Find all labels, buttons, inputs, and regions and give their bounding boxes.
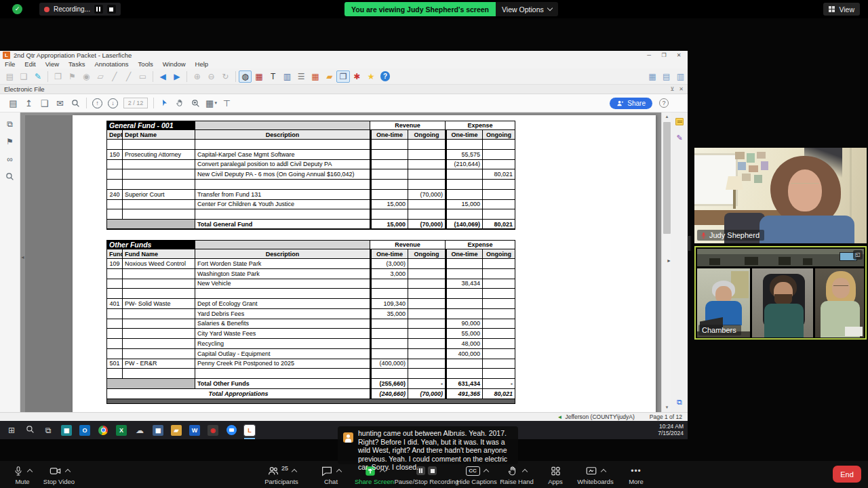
chat-button[interactable]: Chat xyxy=(313,464,349,485)
app-files[interactable]: ▰ xyxy=(170,424,182,436)
app-chrome[interactable] xyxy=(97,424,109,436)
gear-icon[interactable]: ✱ xyxy=(350,70,364,83)
star-icon[interactable]: ★ xyxy=(364,70,378,83)
search-icon[interactable] xyxy=(68,96,83,110)
popout-icon[interactable]: ⧉ xyxy=(677,398,682,407)
pause-recording-icon[interactable] xyxy=(94,5,103,14)
layout-1-icon[interactable]: ▦ xyxy=(646,70,660,83)
mute-button[interactable]: Mute xyxy=(7,464,38,485)
menu-tools[interactable]: Tools xyxy=(134,60,158,68)
bookmark-icon[interactable]: ⚑ xyxy=(6,137,14,146)
layout-2-icon[interactable]: ▤ xyxy=(659,70,673,83)
zoom-in-icon[interactable]: ⊕ xyxy=(190,70,204,83)
app-laserfiche[interactable]: L xyxy=(243,424,256,436)
zoom-out-icon[interactable]: ⊖ xyxy=(204,70,218,83)
presentation-icon[interactable]: ⊤ xyxy=(219,96,235,110)
share-button[interactable]: Share xyxy=(610,98,652,109)
stop-video-button[interactable]: Stop Video xyxy=(35,464,83,485)
minimize-icon[interactable]: ─ xyxy=(642,51,656,60)
textbox-icon[interactable]: ▭ xyxy=(136,70,150,83)
chevron-up-icon[interactable] xyxy=(601,469,606,474)
video-judy-shepherd[interactable]: Judy Shepherd xyxy=(694,148,867,243)
task-view-icon[interactable]: ⧉ xyxy=(42,424,54,436)
next-page-icon[interactable]: ↓ xyxy=(105,96,121,110)
layout-3-icon[interactable]: ▥ xyxy=(673,70,688,83)
taskbar-clock[interactable]: 10:24 AM 7/15/2024 xyxy=(658,423,684,436)
scroll-up-icon[interactable]: ▲ xyxy=(662,113,672,121)
highlighter-icon[interactable]: ✎ xyxy=(31,70,45,83)
links-icon[interactable]: ∞ xyxy=(7,155,13,164)
menu-help[interactable]: Help xyxy=(191,60,214,68)
participants-button[interactable]: 25 Participants xyxy=(255,464,308,485)
app-zoom[interactable] xyxy=(225,424,237,436)
app-acrobat[interactable]: ◉ xyxy=(207,424,219,436)
zoom-tool-icon[interactable] xyxy=(188,96,203,110)
image-view-icon[interactable]: ▦ xyxy=(252,70,266,83)
find-icon[interactable] xyxy=(5,172,14,182)
panel-resize-handle[interactable] xyxy=(688,236,691,251)
chevron-up-icon[interactable] xyxy=(292,469,297,474)
clipboard-icon[interactable]: ❐ xyxy=(51,70,65,83)
menu-annotations[interactable]: Annotations xyxy=(90,60,133,68)
apps-button[interactable]: Apps xyxy=(540,464,571,485)
pan-hand-icon[interactable] xyxy=(172,96,188,110)
close-panel-icon[interactable]: ✕ xyxy=(679,86,684,92)
refresh-icon[interactable]: ↻ xyxy=(218,70,233,83)
help-icon[interactable]: ? xyxy=(380,71,391,81)
pen-icon[interactable]: ╱ xyxy=(107,70,121,83)
seal-icon[interactable]: ◉ xyxy=(79,70,94,83)
columns-icon[interactable]: ▥ xyxy=(280,70,294,83)
page-number-field[interactable]: 2 / 12 xyxy=(123,98,148,108)
stop-recording-icon[interactable] xyxy=(107,5,116,14)
chevron-up-icon[interactable] xyxy=(336,469,342,474)
view-button[interactable]: View xyxy=(823,3,860,16)
app-word[interactable]: W xyxy=(189,424,201,436)
app-excel[interactable]: X xyxy=(115,424,127,436)
chevron-up-icon[interactable] xyxy=(64,469,70,474)
more-button[interactable]: ••• More xyxy=(621,464,651,485)
eraser-icon[interactable]: ▱ xyxy=(94,70,108,83)
email-icon[interactable]: ✉ xyxy=(52,96,68,110)
stamp-icon[interactable]: ⚑ xyxy=(65,70,79,83)
forward-icon[interactable]: ▶ xyxy=(170,70,184,83)
help-circle-icon[interactable]: ? xyxy=(659,98,669,108)
app-teams[interactable]: ▦ xyxy=(60,424,73,436)
view-options-button[interactable]: View Options xyxy=(496,2,558,16)
document-viewport[interactable]: General Fund - 001RevenueExpenseDeptDept… xyxy=(20,113,661,412)
taskbar-search-icon[interactable] xyxy=(24,424,36,436)
scroll-down-icon[interactable]: ▼ xyxy=(662,403,672,412)
pin-panel-icon[interactable]: ⊻ xyxy=(670,86,674,92)
collapse-left-icon[interactable]: ◄ xyxy=(20,255,25,260)
annotations-toggle-icon[interactable]: ◍ xyxy=(239,70,252,83)
folder-icon[interactable]: ▰ xyxy=(322,70,336,83)
table-icon[interactable]: ▦ xyxy=(309,70,323,83)
close-icon[interactable]: ✕ xyxy=(671,51,686,60)
page-layout-icon[interactable]: ❐ xyxy=(336,70,350,83)
pen2-icon[interactable]: ╱ xyxy=(121,70,136,83)
collapse-right-icon[interactable]: ► xyxy=(667,258,671,263)
app-onedrive[interactable]: ☁ xyxy=(134,424,146,436)
chevron-up-icon[interactable] xyxy=(27,469,33,474)
image-options-icon[interactable]: ▦▾ xyxy=(203,96,219,110)
scrollbar-thumb[interactable] xyxy=(663,122,671,234)
menu-edit[interactable]: Edit xyxy=(20,60,40,68)
chevron-up-icon[interactable] xyxy=(521,469,527,474)
menu-window[interactable]: Window xyxy=(158,60,191,68)
export-icon[interactable]: ↥ xyxy=(21,96,37,110)
app-outlook[interactable]: O xyxy=(79,424,91,436)
restore-icon[interactable]: ❐ xyxy=(656,51,671,60)
annotation-pen-icon[interactable]: ✎ xyxy=(676,134,682,142)
menu-file[interactable]: File xyxy=(0,60,20,68)
text-view-icon[interactable]: T xyxy=(266,70,280,83)
select-cursor-icon[interactable] xyxy=(157,96,172,110)
app-calculator[interactable]: ▦ xyxy=(152,424,164,436)
back-icon[interactable]: ◀ xyxy=(156,70,170,83)
menu-tasks[interactable]: Tasks xyxy=(64,60,90,68)
save-icon[interactable]: ▤ xyxy=(3,70,17,83)
fields-icon[interactable]: ☰ xyxy=(294,70,309,83)
prev-page-icon[interactable]: ↑ xyxy=(90,96,105,110)
menu-view[interactable]: View xyxy=(41,60,64,68)
end-button[interactable]: End xyxy=(833,466,861,483)
whiteboards-button[interactable]: Whiteboards xyxy=(571,464,620,485)
multi-camera-icon[interactable]: ◱ xyxy=(853,250,863,260)
